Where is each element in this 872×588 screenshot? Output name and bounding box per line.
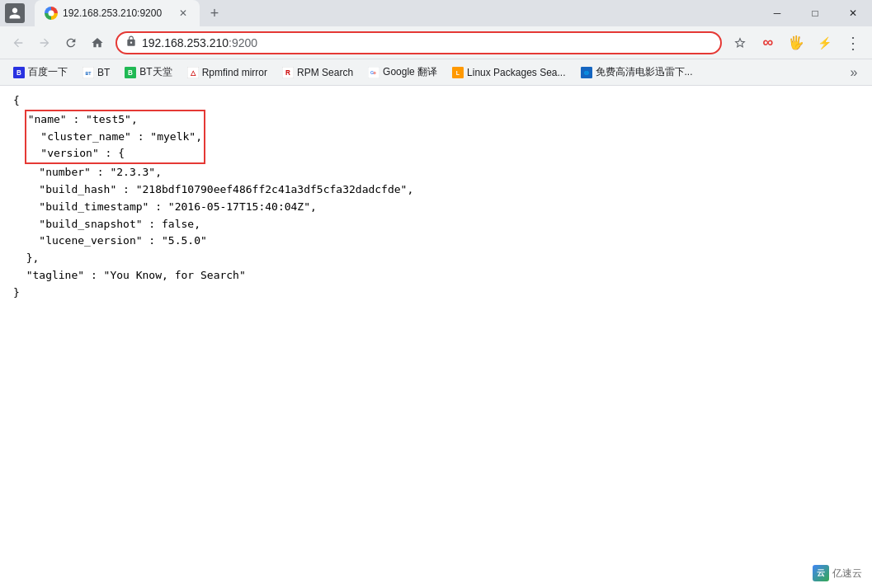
bookmark-bttt[interactable]: B BT天堂	[118, 62, 178, 82]
svg-text:o: o	[373, 70, 375, 75]
forward-button[interactable]	[33, 31, 56, 54]
security-icon	[125, 35, 137, 49]
extension-3-button[interactable]: ⚡	[811, 30, 837, 56]
browser-tab[interactable]: 192.168.253.210:9200 ✕	[35, 0, 200, 26]
json-line-5: "build_hash" : "218bdf10790eef486ff2c41a…	[13, 181, 859, 199]
bookmark-movie[interactable]: 🌐 免费高清电影迅雷下...	[574, 62, 700, 82]
navigation-bar: 192.168.253.210:9200 ∞ 🖐 ⚡ ⋮	[0, 26, 872, 59]
watermark: 云 亿速云	[813, 565, 862, 581]
bookmark-rpmfind[interactable]: △ Rpmfind mirror	[181, 64, 274, 82]
json-line-11: }	[13, 285, 859, 302]
chrome-menu-button[interactable]: ⋮	[839, 30, 865, 56]
bookmarks-bar: B 百度一下 BT BT B BT天堂 △ Rpmfind mirror R R…	[0, 59, 872, 86]
bookmark-rpmfind-label: Rpmfind mirror	[202, 67, 267, 78]
bookmark-movie-label: 免费高清电影迅雷下...	[596, 65, 693, 79]
svg-text:B: B	[128, 68, 133, 76]
page-content: { "name" : "test5", "cluster_name" : "my…	[0, 86, 872, 588]
extension-1-button[interactable]: ∞	[755, 30, 781, 56]
json-line-10: "tagline" : "You Know, for Search"	[13, 267, 859, 285]
tab-close-button[interactable]: ✕	[177, 7, 190, 20]
url-text: 192.168.253.210:9200	[142, 36, 712, 49]
bookmark-rpm[interactable]: R RPM Search	[276, 64, 360, 82]
json-line-6: "build_timestamp" : "2016-05-17T15:40:04…	[13, 199, 859, 216]
bookmark-baidu-label: 百度一下	[28, 65, 68, 79]
bookmark-bt-text: BT	[97, 67, 110, 78]
toolbar-right: ∞ 🖐 ⚡ ⋮	[755, 30, 865, 56]
bookmark-star-button[interactable]	[728, 31, 752, 54]
json-line-4: "number" : "2.3.3",	[13, 164, 859, 181]
json-line-8: "lucene_version" : "5.5.0"	[13, 233, 859, 250]
maximize-button[interactable]: □	[796, 0, 834, 26]
back-button[interactable]	[7, 31, 30, 54]
svg-text:L: L	[456, 69, 460, 75]
svg-text:BT: BT	[86, 70, 92, 75]
json-line-0: {	[13, 92, 859, 110]
url-port: :9200	[229, 36, 257, 49]
address-bar[interactable]: 192.168.253.210:9200	[115, 31, 722, 54]
extension-2-button[interactable]: 🖐	[783, 30, 809, 56]
bookmark-google-translate-label: Google 翻译	[383, 65, 437, 79]
bookmark-rpm-label: RPM Search	[297, 67, 353, 78]
tab-favicon	[45, 7, 58, 20]
watermark-logo: 云	[813, 565, 829, 581]
home-button[interactable]	[86, 31, 109, 54]
bookmarks-more-button[interactable]: »	[842, 61, 865, 84]
json-line-7: "build_snapshot" : false,	[13, 216, 859, 233]
json-line-1: "name" : "test5", "cluster_name" : "myel…	[13, 110, 859, 164]
bookmark-bttt-label: BT天堂	[139, 65, 172, 79]
svg-text:🌐: 🌐	[584, 70, 589, 76]
bookmark-bt-label[interactable]: BT BT	[76, 64, 116, 82]
bookmark-baidu[interactable]: B 百度一下	[7, 62, 74, 82]
svg-text:△: △	[190, 68, 196, 76]
profile-button[interactable]	[0, 0, 30, 26]
minimize-button[interactable]: ─	[758, 0, 796, 26]
refresh-button[interactable]	[59, 31, 82, 54]
url-host: 192.168.253.210	[142, 36, 229, 49]
bookmark-google-translate[interactable]: Go Google 翻译	[361, 62, 444, 82]
window-controls: ─ □ ✕	[758, 0, 872, 26]
svg-text:B: B	[16, 68, 21, 76]
close-button[interactable]: ✕	[834, 0, 872, 26]
bookmark-linux-packages[interactable]: L Linux Packages Sea...	[445, 64, 572, 82]
json-line-9: },	[13, 250, 859, 267]
svg-text:R: R	[285, 68, 290, 76]
new-tab-button[interactable]: +	[203, 2, 226, 25]
tab-title: 192.168.253.210:9200	[63, 7, 177, 19]
watermark-text: 亿速云	[832, 567, 862, 581]
bookmark-linux-label: Linux Packages Sea...	[467, 67, 565, 78]
profile-icon	[5, 3, 25, 23]
title-bar: 192.168.253.210:9200 ✕ + ─ □ ✕	[0, 0, 872, 26]
